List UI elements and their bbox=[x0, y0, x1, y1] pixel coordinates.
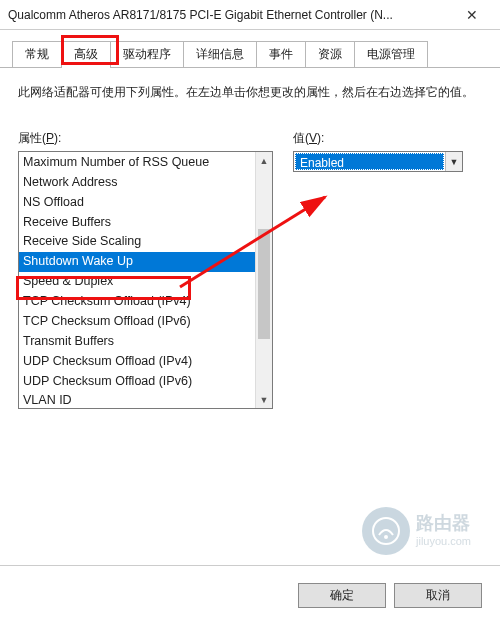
tab-content: 此网络适配器可使用下列属性。在左边单击你想更改的属性，然后在右边选择它的值。 属… bbox=[0, 68, 500, 427]
tabs-row: 常规 高级 驱动程序 详细信息 事件 资源 电源管理 bbox=[0, 30, 500, 68]
dialog-footer: 确定 取消 bbox=[0, 565, 500, 625]
list-item[interactable]: Receive Buffers bbox=[19, 212, 257, 232]
list-item[interactable]: TCP Checksum Offload (IPv6) bbox=[19, 311, 257, 331]
list-item[interactable]: Network Address bbox=[19, 172, 257, 192]
tab-details[interactable]: 详细信息 bbox=[183, 41, 257, 67]
value-dropdown[interactable]: Enabled ▼ bbox=[293, 151, 463, 172]
list-item[interactable]: UDP Checksum Offload (IPv4) bbox=[19, 351, 257, 371]
dropdown-selected: Enabled bbox=[295, 153, 444, 170]
list-item[interactable]: TCP Checksum Offload (IPv4) bbox=[19, 292, 257, 312]
tab-resources[interactable]: 资源 bbox=[305, 41, 355, 67]
close-button[interactable]: ✕ bbox=[450, 1, 494, 29]
description-text: 此网络适配器可使用下列属性。在左边单击你想更改的属性，然后在右边选择它的值。 bbox=[18, 82, 482, 102]
tab-general[interactable]: 常规 bbox=[12, 41, 62, 67]
dropdown-button[interactable]: ▼ bbox=[445, 152, 462, 171]
svg-point-1 bbox=[373, 518, 399, 544]
tab-events[interactable]: 事件 bbox=[256, 41, 306, 67]
value-label: 值(V): bbox=[293, 130, 463, 147]
list-item-selected[interactable]: Shutdown Wake Up bbox=[19, 252, 257, 272]
ok-button[interactable]: 确定 bbox=[298, 583, 386, 608]
list-item[interactable]: Maximum Number of RSS Queue bbox=[19, 152, 257, 172]
watermark: 路由器 jiluyou.com bbox=[362, 507, 492, 561]
property-label: 属性(P): bbox=[18, 130, 273, 147]
list-item[interactable]: Receive Side Scaling bbox=[19, 232, 257, 252]
tab-driver[interactable]: 驱动程序 bbox=[110, 41, 184, 67]
window-title: Qualcomm Atheros AR8171/8175 PCI-E Gigab… bbox=[8, 8, 450, 22]
tab-advanced[interactable]: 高级 bbox=[61, 41, 111, 68]
listbox-scrollbar[interactable]: ▲ ▼ bbox=[255, 152, 272, 408]
columns: 属性(P): Maximum Number of RSS Queue Netwo… bbox=[18, 130, 482, 409]
close-icon: ✕ bbox=[466, 7, 478, 23]
cancel-button[interactable]: 取消 bbox=[394, 583, 482, 608]
property-listbox[interactable]: Maximum Number of RSS Queue Network Addr… bbox=[18, 151, 273, 409]
list-item[interactable]: UDP Checksum Offload (IPv6) bbox=[19, 371, 257, 391]
watermark-sub: jiluyou.com bbox=[416, 535, 471, 547]
chevron-down-icon: ▼ bbox=[450, 157, 459, 167]
scroll-thumb[interactable] bbox=[258, 229, 270, 339]
watermark-text: 路由器 bbox=[416, 511, 470, 535]
list-item[interactable]: NS Offload bbox=[19, 192, 257, 212]
svg-point-2 bbox=[384, 535, 388, 539]
scroll-up-icon[interactable]: ▲ bbox=[256, 152, 272, 169]
router-icon bbox=[372, 517, 400, 545]
scroll-down-icon[interactable]: ▼ bbox=[256, 391, 272, 408]
value-column: 值(V): Enabled ▼ bbox=[293, 130, 463, 172]
list-item[interactable]: Speed & Duplex bbox=[19, 272, 257, 292]
scroll-track[interactable] bbox=[256, 169, 272, 391]
list-item[interactable]: Transmit Buffers bbox=[19, 331, 257, 351]
property-column: 属性(P): Maximum Number of RSS Queue Netwo… bbox=[18, 130, 273, 409]
tab-power[interactable]: 电源管理 bbox=[354, 41, 428, 67]
list-item[interactable]: VLAN ID bbox=[19, 391, 257, 409]
titlebar: Qualcomm Atheros AR8171/8175 PCI-E Gigab… bbox=[0, 0, 500, 30]
